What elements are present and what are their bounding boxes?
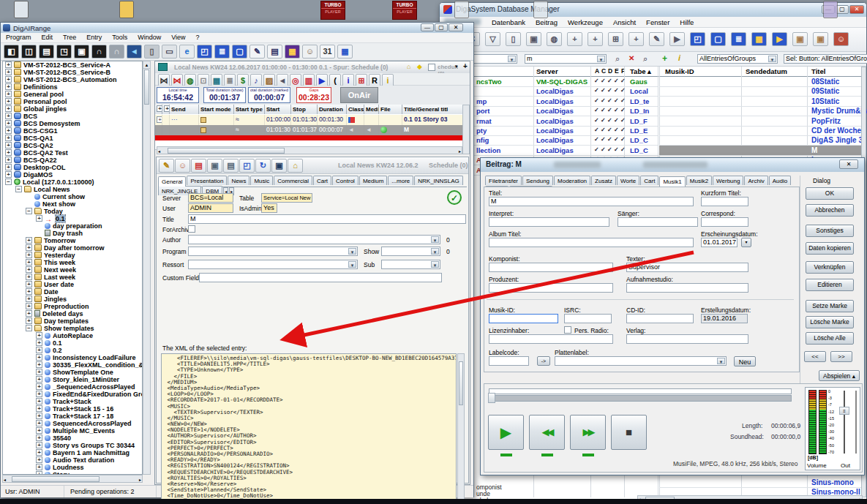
combo-show[interactable]: ▾ <box>381 247 440 256</box>
schedule-row[interactable]: +⋯≈01:00:0001:01:3000:01:300.1 01 Story … <box>155 115 462 125</box>
forward-button[interactable]: ▶▶ <box>570 415 606 450</box>
menu-window[interactable]: Window <box>132 33 166 42</box>
column-header-flag[interactable]: D <box>608 67 612 75</box>
button-setze-marke[interactable]: Setze Marke <box>806 300 854 312</box>
expand-icon[interactable]: + <box>26 259 32 266</box>
column-header-server[interactable]: Server <box>536 67 558 75</box>
titel-cell[interactable]: Sinus-mono <box>811 478 854 486</box>
expand-icon[interactable]: + <box>36 405 42 412</box>
expand-icon[interactable]: + <box>36 383 42 390</box>
export-doc-icon[interactable]: ▭ <box>162 45 177 59</box>
expand-icon[interactable]: + <box>5 120 12 127</box>
expand-icon[interactable]: + <box>36 413 42 419</box>
column-header-titel[interactable]: Titel <box>811 67 825 75</box>
refresh-icon[interactable]: ↻ <box>255 159 271 173</box>
field-server[interactable]: BCS=Local <box>188 193 233 203</box>
tree-item[interactable]: +→0.1 <box>3 215 142 222</box>
record-new-icon[interactable]: + <box>567 32 582 46</box>
seek-track[interactable] <box>489 395 792 402</box>
chevron-down-icon[interactable]: ▾ <box>431 248 439 255</box>
field-lizenz[interactable] <box>489 334 613 344</box>
playlist-blue-icon[interactable]: ≣ <box>214 45 230 59</box>
out-fader-track[interactable] <box>855 391 857 454</box>
expand-all-icon[interactable]: + <box>157 105 162 112</box>
expand-icon[interactable]: + <box>36 332 42 339</box>
expand-icon[interactable]: + <box>36 339 42 346</box>
abspielen-button[interactable]: Abspielen ▴ <box>819 370 860 381</box>
expand-icon[interactable]: + <box>26 296 32 302</box>
button-ok[interactable]: OK <box>806 187 854 200</box>
export-1-icon[interactable]: ▣ <box>792 32 808 46</box>
tree-vertical-scrollbar[interactable]: ▲ <box>143 61 151 475</box>
tree-item[interactable]: +User date <box>3 281 142 288</box>
field-erscheinung[interactable]: 01.01.2017 <box>701 238 737 247</box>
tree-scroll-thumb[interactable] <box>144 69 149 105</box>
expand-icon[interactable]: + <box>36 398 42 405</box>
titel-cell[interactable]: 09Static <box>811 87 839 95</box>
play-colored-icon[interactable]: ▶ <box>772 32 787 46</box>
tree-item[interactable]: +DigaMOS <box>3 171 142 178</box>
tree-item[interactable]: +Loudness <box>3 464 142 471</box>
window-blank-blue-icon[interactable]: ▢ <box>232 45 247 59</box>
chevron-down-icon[interactable]: ▾ <box>348 261 356 268</box>
field-title[interactable]: M <box>188 214 466 224</box>
titel-cell[interactable]: Mystic Drum&Bass <box>811 107 867 115</box>
table-name-cell[interactable]: llection <box>476 146 500 154</box>
tree-item[interactable]: +VM-ST-2012-BCS_Service-A <box>3 61 142 69</box>
titel-cell[interactable]: 08Static <box>811 78 839 86</box>
digairange-close-button[interactable]: ✕ <box>448 23 463 31</box>
expand-icon[interactable]: + <box>36 449 42 456</box>
save-icon[interactable]: ▣ <box>271 159 287 173</box>
play-entry-icon[interactable]: ▶ <box>669 32 685 46</box>
field-user[interactable]: ADMIN <box>188 203 233 213</box>
column-header[interactable]: Start mode <box>199 105 234 114</box>
volume-fader-handle[interactable]: ≡ <box>839 407 849 415</box>
table-name-cell[interactable]: rmat <box>476 117 492 125</box>
tab-nrk-innslag[interactable]: NRK_INNSLAG <box>414 176 462 185</box>
chevron-down-icon[interactable]: ▾ <box>508 56 516 62</box>
combo-sub[interactable]: ▾ <box>381 260 440 269</box>
color-bars-icon[interactable]: ▤ <box>191 159 206 173</box>
field-interpret[interactable] <box>489 217 609 227</box>
column-header[interactable]: + <box>155 105 162 114</box>
expand-icon[interactable]: + <box>5 164 12 170</box>
tree-item[interactable]: +Inconsistency LoadFailure <box>3 354 142 361</box>
column-header[interactable]: Start <box>265 105 291 114</box>
onair-button[interactable]: OnAir <box>340 87 378 103</box>
glass-app-icon[interactable] <box>821 1 840 20</box>
tree-item[interactable]: +Day templates <box>3 317 142 325</box>
person-face-icon[interactable]: ☺ <box>175 159 190 173</box>
chevron-down-icon[interactable]: ▾ <box>348 248 356 255</box>
tree-item[interactable]: +Day after tomorrow <box>3 244 142 252</box>
chevron-down-icon[interactable]: ▾ <box>455 64 458 69</box>
expand-icon[interactable]: + <box>5 135 12 141</box>
field-musikid[interactable] <box>489 314 558 323</box>
calendar-31-icon[interactable]: 31 <box>320 45 335 59</box>
tab-commercial[interactable]: Commercial <box>274 176 312 185</box>
copy-icon[interactable]: ▣ <box>207 159 222 173</box>
field-komponist[interactable] <box>489 263 613 272</box>
expand-icon[interactable]: + <box>36 456 42 463</box>
expand-icon[interactable]: + <box>36 215 42 222</box>
tab-cart[interactable]: Cart <box>313 176 331 185</box>
column-header[interactable]: + <box>162 105 170 114</box>
tab-presentation[interactable]: Presentation <box>187 176 227 185</box>
date-dropdown-button[interactable]: ▾ <box>741 238 751 247</box>
field-saenger[interactable] <box>618 217 698 227</box>
find-icon[interactable]: ⌕ <box>615 54 620 64</box>
expand-icon[interactable]: + <box>26 252 32 258</box>
clock-doc-icon[interactable] <box>531 1 550 20</box>
turbo-player-2-icon[interactable]: TURBOPLAYER <box>392 1 417 20</box>
tree-item[interactable]: +0.1 <box>3 339 142 347</box>
gear-doc-icon[interactable] <box>452 1 471 20</box>
tree-item[interactable]: +AutoReplace <box>3 332 142 339</box>
internet-explorer-icon[interactable]: e <box>179 45 195 59</box>
doc-edit-icon[interactable]: ✎ <box>249 45 265 59</box>
edit-entry-icon[interactable]: ✎ <box>649 32 664 46</box>
tree-item[interactable]: +Story vs Groups TC 30344 <box>3 442 142 449</box>
tree-item[interactable]: +This week <box>3 259 142 266</box>
tree-item[interactable]: +BCS-QA2 <box>3 142 142 149</box>
paste-icon[interactable]: ▤ <box>223 159 239 173</box>
tree-item[interactable]: +Track+Stack 15 - 16 <box>3 405 142 413</box>
xml-vscrollbar[interactable] <box>457 353 465 504</box>
